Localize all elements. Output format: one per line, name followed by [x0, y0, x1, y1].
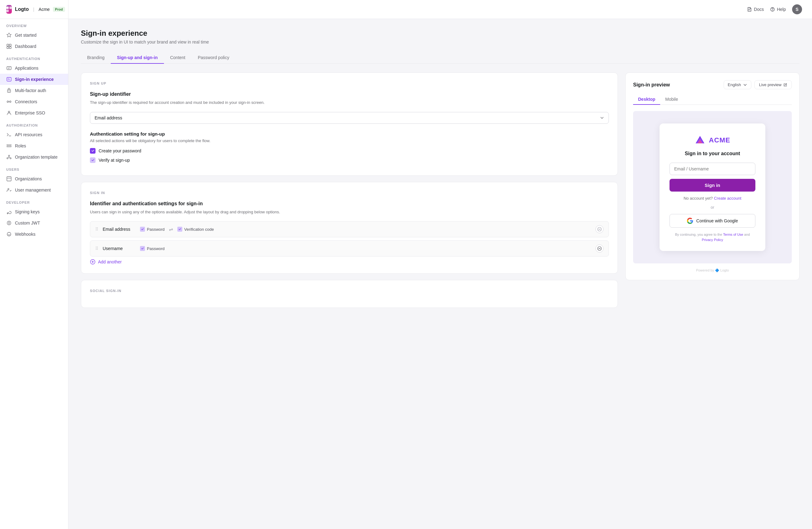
docs-link[interactable]: Docs [747, 7, 764, 12]
signin-card: SIGN IN Identifier and authentication se… [81, 182, 618, 274]
sidebar-item-org-template[interactable]: Organization template [0, 151, 68, 163]
sidebar-item-get-started[interactable]: Get started [0, 30, 68, 41]
create-password-checkbox[interactable] [90, 148, 96, 153]
swap-icon[interactable]: ⇌ [169, 226, 173, 232]
sidebar-item-signing-keys[interactable]: Signing keys [0, 206, 68, 217]
webhooks-icon [6, 231, 12, 237]
chevron-down-icon [743, 83, 747, 87]
auth-tag-password2-check[interactable] [140, 246, 145, 251]
left-column: SIGN UP Sign-up identifier The sign-up i… [81, 72, 618, 314]
tab-branding[interactable]: Branding [81, 52, 111, 64]
checkmark-icon [178, 227, 182, 231]
add-another-icon [90, 259, 96, 265]
svg-point-16 [9, 155, 10, 157]
social-section-label: SOCIAL SIGN-IN [90, 289, 609, 293]
add-another-button[interactable]: Add another [90, 256, 609, 265]
sidebar-item-label: Webhooks [15, 232, 35, 237]
svg-rect-19 [7, 177, 11, 181]
org-badge: Prod [53, 7, 65, 12]
google-btn-label: Continue with Google [696, 218, 738, 223]
sidebar-item-label: Applications [15, 65, 39, 71]
svg-rect-5 [7, 47, 9, 48]
topbar: Docs Help S [69, 0, 812, 19]
verify-signup-row: Verify at sign-up [90, 157, 609, 163]
svg-rect-0 [6, 6, 9, 9]
sidebar-item-label: Signing keys [15, 209, 40, 214]
sidebar-item-webhooks[interactable]: Webhooks [0, 229, 68, 240]
drag-handle-icon[interactable]: ⠿ [95, 246, 98, 251]
preview-tab-desktop[interactable]: Desktop [633, 94, 660, 105]
sidebar-item-label: Sign-in experience [15, 77, 54, 82]
page: Sign-in experience Customize the sign in… [69, 19, 812, 324]
add-another-label: Add another [98, 259, 122, 264]
logo-text: Logto [15, 6, 29, 12]
preview-logo-text: ACME [709, 136, 730, 144]
svg-rect-4 [9, 44, 11, 46]
sidebar-item-roles[interactable]: Roles [0, 140, 68, 151]
sidebar-item-dashboard[interactable]: Dashboard [0, 41, 68, 52]
lang-select[interactable]: English [724, 80, 751, 89]
checkmark-icon [91, 149, 95, 152]
remove-item2-button[interactable] [595, 245, 604, 252]
svg-point-12 [10, 101, 11, 103]
svg-point-20 [8, 189, 9, 190]
signing-keys-icon [6, 209, 12, 215]
svg-rect-6 [9, 47, 11, 48]
privacy-link[interactable]: Privacy Policy [702, 238, 723, 241]
signin-id-title: Identifier and authentication settings f… [90, 201, 609, 206]
organizations-icon [6, 176, 12, 182]
topbar-right: Docs Help S [747, 4, 802, 14]
user-avatar[interactable]: S [792, 4, 802, 14]
sidebar-item-signin-experience[interactable]: Sign-in experience [0, 74, 68, 85]
preview-signin-button[interactable]: Sign in [669, 179, 755, 192]
svg-rect-2 [6, 10, 9, 12]
preview-logo: ACME [669, 135, 755, 146]
docs-label: Docs [754, 7, 764, 12]
verify-signup-label: Verify at sign-up [99, 158, 130, 163]
sidebar-item-user-management[interactable]: User management [0, 185, 68, 196]
get-started-icon [6, 32, 12, 38]
preview-email-input[interactable] [669, 163, 755, 175]
drag-handle-icon[interactable]: ⠿ [95, 227, 98, 232]
signin-id-desc: Users can sign in using any of the optio… [90, 209, 609, 215]
terms-link[interactable]: Terms of Use [723, 233, 743, 236]
auth-tag-password-check[interactable] [140, 227, 145, 232]
connectors-icon [6, 99, 12, 104]
sidebar: Logto | Acme Prod ▾ OVERVIEW Get started… [0, 0, 69, 529]
applications-icon [6, 65, 12, 71]
preview-panel: Sign-in preview English Live preview [625, 72, 800, 280]
auth-tag-password: Password [140, 227, 164, 232]
preview-google-button[interactable]: Continue with Google [669, 214, 755, 227]
api-resources-icon [6, 132, 12, 137]
preview-bg: ACME Sign in to your account Sign in No … [633, 111, 792, 263]
sidebar-item-applications[interactable]: Applications [0, 62, 68, 74]
tab-content[interactable]: Content [164, 52, 192, 64]
live-preview-button[interactable]: Live preview [754, 80, 792, 89]
sidebar-item-api-resources[interactable]: API resources [0, 129, 68, 140]
sidebar-item-custom-jwt[interactable]: Custom JWT [0, 217, 68, 229]
identifier-select-wrapper: Email address [90, 112, 609, 124]
identifier-select[interactable]: Email address [90, 112, 609, 124]
checkmark-icon [141, 247, 144, 250]
mfa-icon [6, 88, 12, 93]
tab-password-policy[interactable]: Password policy [192, 52, 235, 64]
verify-signup-checkbox[interactable] [90, 157, 96, 163]
help-link[interactable]: Help [770, 7, 786, 12]
identifier-select-value: Email address [95, 115, 122, 120]
sidebar-item-organizations[interactable]: Organizations [0, 173, 68, 185]
tab-signup-signin[interactable]: Sign-up and sign-in [111, 52, 164, 64]
create-account-link[interactable]: Create account [714, 196, 741, 201]
nav-section-overview: OVERVIEW [0, 19, 68, 30]
sidebar-item-connectors[interactable]: Connectors [0, 96, 68, 107]
remove-item-button[interactable] [595, 225, 604, 233]
content-grid: SIGN UP Sign-up identifier The sign-up i… [81, 72, 800, 314]
sidebar-item-mfa[interactable]: Multi-factor auth [0, 85, 68, 96]
sidebar-item-label: User management [15, 188, 51, 192]
custom-jwt-icon [6, 220, 12, 226]
roles-icon [6, 143, 12, 149]
sidebar-item-enterprise-sso[interactable]: Enterprise SSO [0, 107, 68, 118]
preview-tab-mobile[interactable]: Mobile [660, 94, 683, 105]
auth-tag-vercode-check[interactable] [177, 227, 182, 232]
sidebar-header: Logto | Acme Prod ▾ [0, 0, 68, 19]
preview-card: ACME Sign in to your account Sign in No … [659, 123, 765, 251]
